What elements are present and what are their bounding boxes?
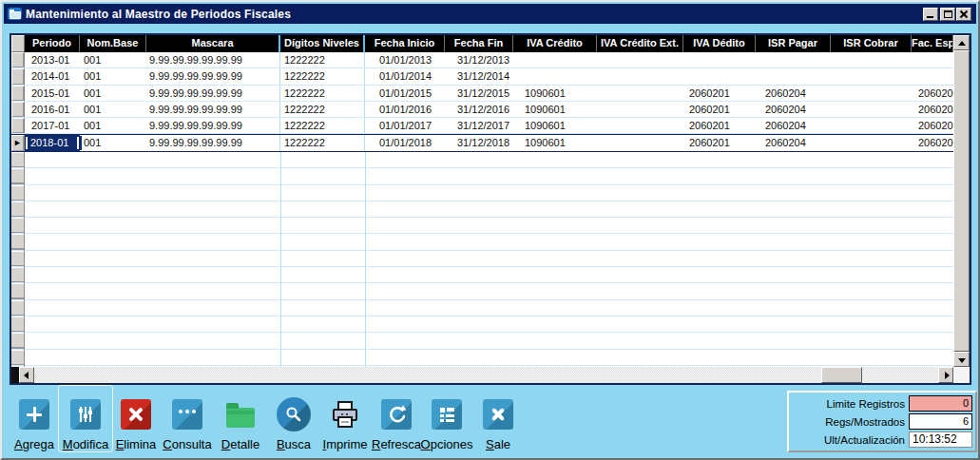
sliders-icon	[70, 399, 101, 430]
cell	[912, 52, 953, 67]
cell: 001	[80, 135, 146, 150]
magnifier-icon	[277, 397, 311, 431]
arrow-down-icon	[958, 358, 966, 363]
list-icon	[432, 399, 462, 430]
opciones-button[interactable]: Opciones	[419, 385, 474, 452]
scroll-right-button[interactable]	[938, 367, 953, 383]
cell	[597, 135, 683, 150]
cell	[597, 102, 683, 117]
header-iva-credito-ext: IVA Crédito Ext.	[597, 35, 683, 52]
busca-button[interactable]: Busca	[266, 385, 321, 452]
refresca-button[interactable]: Refresca	[369, 385, 424, 452]
modifica-button[interactable]: Modifica	[58, 385, 113, 452]
detalle-label: Detalle	[221, 437, 259, 451]
cell	[597, 52, 683, 67]
cell	[831, 118, 912, 133]
header-periodo: Periodo	[25, 35, 80, 52]
close-button[interactable]	[956, 8, 971, 21]
cell: 31/12/2018	[445, 135, 513, 150]
cell: 1222222	[280, 135, 365, 150]
scrollbar-thumb[interactable]	[953, 50, 970, 352]
header-mascara: Mascara	[146, 35, 280, 52]
scroll-up-button[interactable]	[953, 35, 970, 50]
limite-registros-value: 0	[909, 395, 972, 412]
consulta-label: Consulta	[163, 437, 211, 451]
cell	[831, 135, 912, 150]
elimina-button[interactable]: Elimina	[108, 385, 163, 452]
row-selector[interactable]	[11, 102, 25, 117]
agrega-button[interactable]: Agrega	[7, 385, 62, 452]
cell: 31/12/2015	[445, 86, 513, 101]
cell: 2060201	[683, 86, 756, 101]
cell: 2060201	[683, 102, 756, 117]
arrow-up-icon	[958, 41, 966, 46]
cell: 2060201	[683, 118, 756, 133]
header-digitos-niveles: Dígitos Niveles	[280, 35, 365, 52]
app-window: Mantenimiento al Maestro de Periodos Fis…	[0, 0, 980, 460]
cell: 2015-01	[25, 86, 80, 101]
regs-mostrados-value: 6	[909, 413, 972, 430]
table-row-selected[interactable]: ► 2018-01 001 9.99.99.99.99.99.99 122222…	[11, 134, 970, 151]
titlebar: Mantenimiento al Maestro de Periodos Fis…	[4, 4, 976, 24]
scrollbar-thumb[interactable]	[821, 367, 862, 383]
table-row[interactable]: 2015-01 001 9.99.99.99.99.99.99 1222222 …	[11, 86, 970, 102]
maximize-button[interactable]	[940, 8, 955, 21]
minimize-button[interactable]	[923, 8, 938, 21]
agrega-label: Agrega	[14, 437, 54, 451]
table-row[interactable]: 2016-01 001 9.99.99.99.99.99.99 1222222 …	[11, 102, 970, 118]
row-selector[interactable]	[11, 68, 25, 84]
cell: 9.99.99.99.99.99.99	[146, 118, 280, 133]
vertical-scrollbar[interactable]	[953, 35, 970, 367]
cell: 31/12/2013	[445, 52, 513, 67]
column-divider	[280, 152, 281, 367]
table-row[interactable]: 2013-01 001 9.99.99.99.99.99.99 1222222 …	[11, 52, 970, 68]
scroll-down-button[interactable]	[953, 352, 970, 367]
row-selector[interactable]	[11, 52, 25, 67]
column-divider	[365, 152, 366, 367]
ult-actualizacion-value: 10:13:52	[909, 431, 972, 448]
row-selector[interactable]	[11, 86, 25, 101]
minimize-icon	[927, 16, 933, 18]
refresh-icon	[381, 399, 412, 430]
sale-button[interactable]: Sale	[471, 385, 526, 452]
cell: 1222222	[280, 102, 365, 117]
cell: 1222222	[280, 68, 365, 84]
row-selector[interactable]	[11, 118, 25, 133]
cell: 31/12/2017	[445, 118, 513, 133]
scrollbar-end-block	[11, 367, 19, 383]
cell	[756, 68, 831, 84]
cell: 001	[80, 68, 146, 84]
periods-grid: Periodo Nom.Base Mascara Dígitos Niveles…	[10, 33, 971, 385]
header-fecha-inicio: Fecha Inicio	[365, 35, 445, 52]
cell: 001	[80, 102, 146, 117]
cell: 1222222	[280, 52, 365, 67]
cell: 01/01/2018	[365, 135, 445, 150]
horizontal-scrollbar[interactable]	[11, 367, 970, 383]
grid-empty-area	[11, 152, 970, 367]
delete-x-icon	[121, 399, 151, 430]
sale-label: Sale	[486, 437, 510, 451]
scroll-left-button[interactable]	[19, 367, 34, 383]
cell: 2060201	[683, 135, 756, 150]
cell: 2060204	[756, 102, 831, 117]
row-selector-strip	[11, 152, 25, 367]
printer-icon	[330, 397, 360, 431]
table-row[interactable]: 2017-01 001 9.99.99.99.99.99.99 1222222 …	[11, 118, 970, 134]
cell: 2016-01	[25, 102, 80, 117]
cell: 001	[80, 52, 146, 67]
consulta-button[interactable]: Consulta	[160, 385, 215, 452]
header-iva-dedito: IVA Dédito	[683, 35, 756, 52]
arrow-left-icon	[24, 372, 29, 379]
row-selector-marker[interactable]: ►	[11, 135, 25, 150]
cell: 2014-01	[25, 68, 80, 84]
cell	[831, 102, 912, 117]
detalle-button[interactable]: Detalle	[213, 385, 268, 452]
cell-selected-period: 2018-01	[25, 135, 80, 150]
table-row[interactable]: 2014-01 001 9.99.99.99.99.99.99 1222222 …	[11, 68, 970, 85]
imprime-button[interactable]: Imprime	[317, 385, 373, 452]
busca-label: Busca	[277, 437, 311, 451]
header-fecha-fin: Fecha Fin	[445, 35, 513, 52]
cell	[756, 52, 831, 67]
scrollbar-track[interactable]	[34, 367, 938, 383]
cell	[597, 68, 683, 84]
